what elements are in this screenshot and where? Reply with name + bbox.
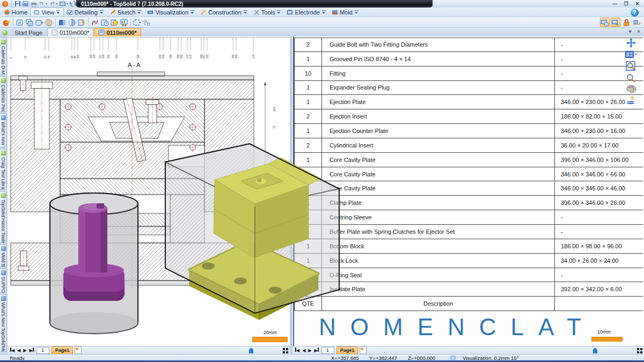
- render-ball-icon[interactable]: [109, 18, 119, 27]
- close-button[interactable]: ✕: [633, 1, 642, 7]
- add-page-icon[interactable]: [75, 346, 82, 354]
- add-page-icon[interactable]: [360, 346, 367, 354]
- view-icon: [33, 9, 40, 16]
- drag-part-icon[interactable]: [632, 18, 642, 27]
- first-page-button[interactable]: ◀: [10, 348, 14, 353]
- prev-page-button[interactable]: ◀: [302, 348, 305, 353]
- curves-icon[interactable]: [90, 18, 100, 27]
- scroll-marker[interactable]: [249, 348, 253, 353]
- multi-view-icon[interactable]: [25, 18, 34, 27]
- globe-icon: [450, 355, 456, 360]
- detailing-dropdown-icon[interactable]: [99, 10, 104, 14]
- tools-dropdown-icon[interactable]: [276, 10, 281, 14]
- new-view-icon[interactable]: [15, 18, 25, 27]
- construction-dropdown-icon[interactable]: [243, 10, 248, 14]
- shaded-sphere-icon[interactable]: [44, 18, 54, 27]
- sidebar-item-craig-test-library[interactable]: Craig Test Library: [0, 149, 7, 190]
- menu-tab-mold[interactable]: Mold: [329, 8, 362, 17]
- section-view-icon[interactable]: [67, 18, 77, 27]
- topsolid-logo-icon: [2, 1, 9, 8]
- save-icon[interactable]: [14, 1, 21, 7]
- ruler-tick-label: 98: [74, 55, 76, 58]
- ruler-tick-label: 196: [137, 54, 140, 58]
- dimension-label: 104: [273, 107, 276, 112]
- chart-view-icon[interactable]: [119, 18, 129, 27]
- last-page-button[interactable]: ▶: [314, 348, 318, 353]
- description-cell: Centring Sleeve: [322, 210, 555, 224]
- page-number-box[interactable]: 1: [36, 347, 49, 354]
- electrode-dropdown-icon[interactable]: [321, 10, 326, 14]
- next-page-button[interactable]: ▶: [308, 348, 311, 353]
- last-page-button[interactable]: ▶: [29, 348, 33, 353]
- drawing-viewport[interactable]: 0225354949810012312513713815016319623023…: [8, 36, 290, 346]
- tab-start-page[interactable]: Start Page: [10, 28, 47, 36]
- rotate-view-icon[interactable]: [34, 18, 44, 27]
- move-icon[interactable]: [626, 38, 636, 48]
- screen-sync-icon[interactable]: [611, 18, 620, 27]
- page-number-box[interactable]: 1: [321, 347, 334, 354]
- start-sphere-icon[interactable]: [2, 29, 8, 36]
- screen-clock-icon[interactable]: [600, 18, 610, 27]
- electrode-icon: [287, 9, 293, 16]
- menu-tab-visualization[interactable]: Visualization: [144, 8, 197, 17]
- sidebar-item-whats-new[interactable]: What's new 7.10: [0, 113, 7, 147]
- help-button[interactable]: ?: [631, 9, 639, 17]
- visual-help-icon[interactable]: ?: [626, 95, 636, 105]
- zoom-icon[interactable]: [626, 73, 636, 83]
- menu-tab-view[interactable]: View: [30, 8, 64, 17]
- sidebar-item-hasco-tooling[interactable]: TopSolid Hasco Tooling: [0, 191, 7, 243]
- menu-tab-tools[interactable]: Tools: [251, 8, 284, 17]
- tab-document-1[interactable]: 0110m000*: [47, 28, 93, 36]
- projection-view-icon[interactable]: [57, 18, 67, 27]
- workspace-icon[interactable]: [2, 18, 11, 27]
- sidebar-item-mold-br[interactable]: Mold BR: [0, 244, 7, 267]
- sidebar-item-whats-new-mold[interactable]: What's New TopSolid'Mold 7.10: [0, 294, 7, 352]
- dimensions-cell: 186.00 × 98.00 × 96.00: [555, 239, 643, 253]
- next-page-button[interactable]: ▶: [23, 348, 26, 353]
- open-icon[interactable]: [23, 1, 29, 7]
- split-grid-icon[interactable]: [637, 348, 642, 353]
- views-menu-icon[interactable]: [59, 1, 68, 7]
- table-row: 2Ejection Insert186.00 × 82.00 × 15.00: [294, 109, 643, 124]
- flash-view-icon[interactable]: [77, 18, 86, 27]
- scroll-marker[interactable]: [593, 348, 597, 353]
- kinematics-icon[interactable]: [142, 18, 152, 27]
- sketch-dropdown-icon[interactable]: [137, 10, 142, 14]
- redo-icon[interactable]: [49, 1, 57, 7]
- refresh-icon[interactable]: [70, 1, 76, 7]
- view-clock-icon[interactable]: [100, 18, 109, 27]
- palette-icon[interactable]: [626, 85, 636, 94]
- menu-tab-home[interactable]: Home: [1, 8, 30, 17]
- nomenclature-sheet-viewport[interactable]: 2Guide Bolt with Two Fitting Diameters-1…: [292, 36, 644, 346]
- page1-tab[interactable]: Page1: [336, 346, 358, 354]
- menu-tab-detailing[interactable]: Detailing: [64, 8, 107, 17]
- document-icon: [52, 29, 58, 35]
- mold-dropdown-icon[interactable]: [354, 10, 359, 14]
- lock-icon[interactable]: [621, 18, 631, 27]
- page1-tab[interactable]: Page1: [52, 346, 74, 354]
- split-grid-icon[interactable]: [283, 348, 288, 353]
- dimensions-cell: 392.00 × 342.00 × 6.00: [555, 282, 643, 296]
- first-page-button[interactable]: ◀: [295, 348, 299, 353]
- selection-rectangle-icon[interactable]: [133, 18, 142, 27]
- print-icon[interactable]: [31, 1, 37, 7]
- visualization-dropdown-icon[interactable]: [190, 10, 195, 14]
- undo-icon[interactable]: [39, 1, 47, 7]
- tab-close-icon[interactable]: ✕: [636, 29, 641, 34]
- description-cell: O-Ring Seal: [322, 268, 555, 282]
- menu-tab-sketch[interactable]: Sketch: [107, 8, 145, 17]
- menu-tab-construction[interactable]: Construction: [197, 8, 251, 17]
- restore-button[interactable]: ❐: [621, 1, 631, 7]
- table-row: 1Ejection Counter Plate346.00 × 230.00 ×…: [294, 124, 643, 138]
- tile-windows-icon[interactable]: [625, 50, 638, 60]
- tab-document-2-active[interactable]: 0110m000*: [94, 28, 141, 36]
- sidebar-item-cadenas-dme[interactable]: Cadenas D-M-E: [0, 38, 7, 75]
- tab-list-dropdown-icon[interactable]: ▼: [628, 29, 633, 34]
- minimize-button[interactable]: —: [610, 1, 619, 7]
- view-dropdown-icon[interactable]: [56, 10, 61, 14]
- sidebar-item-support[interactable]: SUPPORT: [0, 268, 7, 293]
- prev-page-button[interactable]: ◀: [17, 348, 20, 353]
- sidebar-item-cadenas-pedrotti[interactable]: Cadenas Pedrotti: [0, 76, 7, 112]
- zoom-window-icon[interactable]: [626, 61, 636, 72]
- menu-tab-electrode[interactable]: Electrode: [284, 8, 328, 17]
